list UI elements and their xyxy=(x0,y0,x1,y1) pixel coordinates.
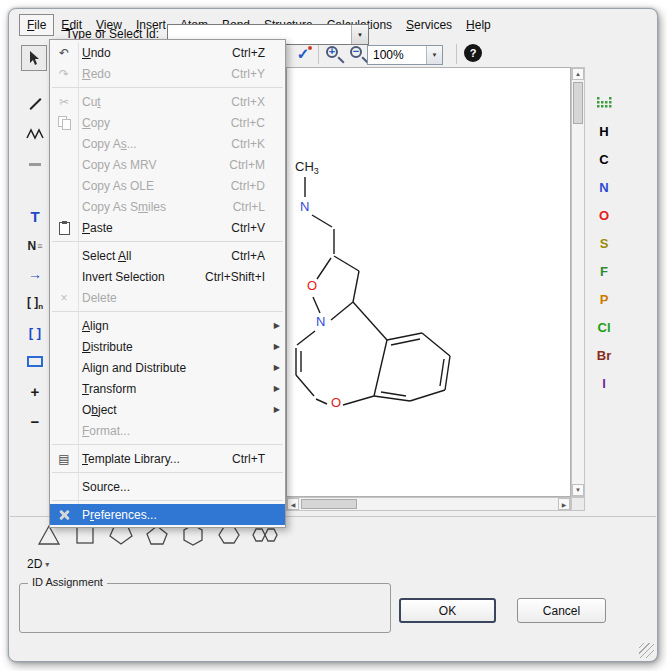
view-mode-button[interactable]: 2D ▾ xyxy=(27,557,49,571)
redo-icon: ↷ xyxy=(50,67,78,81)
svg-text:O: O xyxy=(331,395,341,410)
decrease-charge-button[interactable]: − xyxy=(21,408,49,434)
plus-icon: + xyxy=(31,383,40,400)
menu-item-distribute[interactable]: Distribute▶ xyxy=(50,336,285,357)
menu-item-select-all[interactable]: Select AllCtrl+A xyxy=(50,245,285,266)
menu-item-align-and-distribute[interactable]: Align and Distribute▶ xyxy=(50,357,285,378)
zoom-in-button[interactable]: + xyxy=(324,44,346,66)
canvas-vertical-scrollbar[interactable]: ▲ ▼ xyxy=(571,67,585,497)
help-button[interactable]: ? xyxy=(464,44,482,62)
horizontal-scroll-thumb[interactable] xyxy=(301,499,357,509)
structure-check-button[interactable]: ✓ xyxy=(292,43,314,65)
menu-item-copy-as[interactable]: Copy As...Ctrl+K xyxy=(50,133,285,154)
menu-item-redo[interactable]: ↷RedoCtrl+Y xyxy=(50,63,285,84)
element-h-button[interactable]: H xyxy=(589,117,619,145)
scroll-down-button[interactable]: ▼ xyxy=(572,484,584,496)
menu-item-format[interactable]: Format... xyxy=(50,420,285,441)
arrow-icon: → xyxy=(28,266,42,282)
element-p-button[interactable]: P xyxy=(589,285,619,313)
menu-item-copy-as-smiles[interactable]: Copy As SmilesCtrl+L xyxy=(50,196,285,217)
reaction-arrow-tool-button[interactable]: → xyxy=(21,261,49,287)
zoom-level-select[interactable]: 100% ▼ xyxy=(367,45,443,65)
menu-item-align[interactable]: Align▶ xyxy=(50,315,285,336)
submenu-arrow-icon: ▶ xyxy=(274,321,280,330)
menu-item-undo[interactable]: ↶UndoCtrl+Z xyxy=(50,42,285,63)
chevron-down-icon: ▾ xyxy=(45,560,49,569)
bond-tool-button[interactable] xyxy=(21,91,49,117)
repeat-group-tool-button[interactable]: [ ]n xyxy=(21,290,49,316)
preferences-icon xyxy=(58,509,70,521)
resize-grip[interactable] xyxy=(639,643,654,658)
element-f-button[interactable]: F xyxy=(589,257,619,285)
menu-item-copy-as-ole[interactable]: Copy As OLECtrl+D xyxy=(50,175,285,196)
menu-item-preferences[interactable]: Preferences... xyxy=(50,504,285,525)
marvinsketch-window: File Edit View Insert Atom Bond Structur… xyxy=(8,8,658,662)
menu-item-delete[interactable]: ×Delete xyxy=(50,287,285,308)
element-i-button[interactable]: I xyxy=(589,369,619,397)
scroll-up-button[interactable]: ▲ xyxy=(572,68,584,80)
single-bond-tool-button[interactable] xyxy=(21,151,49,177)
menu-item-copy-as-mrv[interactable]: Copy As MRVCtrl+M xyxy=(50,154,285,175)
menu-item-paste[interactable]: PasteCtrl+V xyxy=(50,217,285,238)
element-cl-button[interactable]: Cl xyxy=(589,313,619,341)
menu-item-template-library[interactable]: ▤Template Library...Ctrl+T xyxy=(50,448,285,469)
zoom-dropdown-button[interactable]: ▼ xyxy=(426,46,442,64)
chevron-down-icon: ▼ xyxy=(432,52,438,58)
label-lines-icon: ≡ xyxy=(37,241,42,251)
submenu-arrow-icon: ▶ xyxy=(274,342,280,351)
bracket-icon: [ ] xyxy=(29,325,41,340)
scroll-left-button[interactable]: ◀ xyxy=(287,498,299,510)
left-arrow-icon: ◀ xyxy=(291,501,296,508)
text-tool-icon: T xyxy=(30,208,39,225)
svg-text:CH3: CH3 xyxy=(295,159,319,176)
drawing-canvas[interactable]: CH3NONO xyxy=(286,67,571,497)
up-arrow-icon: ▲ xyxy=(575,71,581,77)
scroll-right-button[interactable]: ▶ xyxy=(558,498,570,510)
canvas-horizontal-scrollbar[interactable]: ◀ ▶ xyxy=(286,497,571,511)
element-toolbar: HCNOSFPClBrI xyxy=(589,89,619,397)
delete-icon: × xyxy=(50,291,78,305)
ok-button[interactable]: OK xyxy=(399,598,496,623)
id-assignment-group: ID Assignment xyxy=(19,583,391,633)
element-o-button[interactable]: O xyxy=(589,201,619,229)
element-s-button[interactable]: S xyxy=(589,229,619,257)
atom-label-icon: N xyxy=(28,239,37,253)
rectangle-icon xyxy=(27,356,43,367)
chain-tool-button[interactable] xyxy=(21,121,49,147)
toolbar-separator xyxy=(456,44,457,64)
menu-item-cut[interactable]: ✂CutCtrl+X xyxy=(50,91,285,112)
plus-sign: + xyxy=(326,46,338,58)
menu-item-copy[interactable]: CopyCtrl+C xyxy=(50,112,285,133)
element-c-button[interactable]: C xyxy=(589,145,619,173)
element-br-button[interactable]: Br xyxy=(589,341,619,369)
menu-separator xyxy=(52,444,283,445)
bracket-tool-button[interactable]: [ ] xyxy=(21,319,49,345)
periodic-table-button[interactable] xyxy=(597,89,612,117)
menu-item-object[interactable]: Object▶ xyxy=(50,399,285,420)
text-tool-button[interactable]: T xyxy=(21,203,49,229)
undo-icon: ↶ xyxy=(50,46,78,60)
menu-separator xyxy=(52,500,283,501)
menu-item-source[interactable]: Source... xyxy=(50,476,285,497)
element-bar-list: HCNOSFPClBrI xyxy=(589,117,619,397)
menu-item-invert-selection[interactable]: Invert SelectionCtrl+Shift+I xyxy=(50,266,285,287)
menu-services[interactable]: Services xyxy=(399,15,459,35)
menu-separator xyxy=(52,472,283,473)
atom-label-tool-button[interactable]: N≡ xyxy=(21,233,49,259)
help-icon: ? xyxy=(470,47,477,59)
cancel-button[interactable]: Cancel xyxy=(517,598,606,623)
menu-help[interactable]: Help xyxy=(459,15,498,35)
menu-item-transform[interactable]: Transform▶ xyxy=(50,378,285,399)
select-tool-button[interactable] xyxy=(21,45,47,71)
paste-icon xyxy=(59,222,70,235)
view-mode-label: 2D xyxy=(27,557,42,571)
menu-separator xyxy=(52,311,283,312)
template-library-icon: ▤ xyxy=(50,452,78,466)
id-assignment-title: ID Assignment xyxy=(28,576,107,588)
molecule-drawing: CH3NONO xyxy=(287,68,572,498)
id-dropdown-button[interactable]: ▼ xyxy=(351,25,368,44)
vertical-scroll-thumb[interactable] xyxy=(573,82,583,124)
rectangle-tool-button[interactable] xyxy=(21,348,49,374)
element-n-button[interactable]: N xyxy=(589,173,619,201)
increase-charge-button[interactable]: + xyxy=(21,378,49,404)
